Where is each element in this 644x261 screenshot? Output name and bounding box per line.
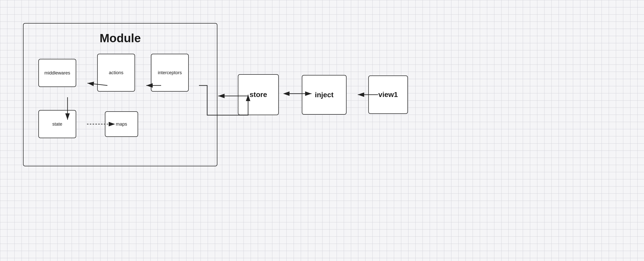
node-maps: maps xyxy=(105,111,138,137)
node-middlewares: middlewares xyxy=(38,59,76,87)
node-state: state xyxy=(38,110,76,138)
node-actions: actions xyxy=(97,54,135,92)
diagram-container: Module middlewares actions interceptors … xyxy=(13,13,627,243)
node-view1: view1 xyxy=(368,75,408,114)
module-box: Module xyxy=(23,23,217,166)
module-title: Module xyxy=(100,31,141,45)
node-store: store xyxy=(238,74,279,115)
node-interceptors: interceptors xyxy=(151,54,189,92)
node-inject: inject xyxy=(302,75,347,115)
